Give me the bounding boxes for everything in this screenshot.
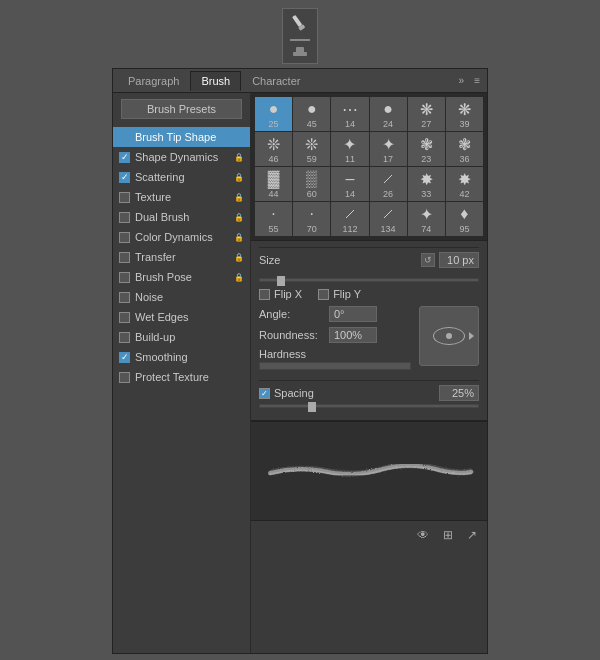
roundness-input[interactable]	[329, 327, 377, 343]
tab-bar: Paragraph Brush Character » ≡	[113, 69, 487, 93]
spacing-input[interactable]	[439, 385, 479, 401]
brush-size-23: 95	[459, 224, 469, 234]
right-panel: ●25●45⋯14●24❋27❋39❊46❊59✦11✦17❃23❃36▓44▒…	[251, 93, 487, 653]
brush-cell-2[interactable]: ⋯14	[331, 97, 368, 131]
tool-icon-box	[282, 8, 318, 64]
flip-x-checkbox[interactable]	[259, 289, 270, 300]
brush-preview-2: ⋯	[338, 99, 362, 119]
sidebar-checkbox-build-up[interactable]	[119, 332, 130, 343]
spacing-slider-track[interactable]	[259, 404, 479, 408]
brush-cell-11[interactable]: ❃36	[446, 132, 483, 166]
brush-cell-18[interactable]: ·55	[255, 202, 292, 236]
sidebar-items-container: Brush Tip Shape✓Shape Dynamics🔒✓Scatteri…	[113, 127, 250, 387]
sidebar-checkbox-wet-edges[interactable]	[119, 312, 130, 323]
size-slider-thumb[interactable]	[277, 276, 285, 286]
sidebar-item-noise[interactable]: Noise	[113, 287, 250, 307]
brush-preview-19: ·	[300, 204, 324, 224]
brush-angle-dial[interactable]	[419, 306, 479, 366]
sidebar-item-color-dynamics[interactable]: Color Dynamics🔒	[113, 227, 250, 247]
sidebar-label-transfer: Transfer	[135, 251, 232, 263]
brush-cell-19[interactable]: ·70	[293, 202, 330, 236]
brush-cell-4[interactable]: ❋27	[408, 97, 445, 131]
brush-size-19: 70	[307, 224, 317, 234]
brush-preview-9: ✦	[376, 134, 400, 154]
angle-label: Angle:	[259, 308, 329, 320]
sidebar-label-color-dynamics: Color Dynamics	[135, 231, 232, 243]
sidebar-item-dual-brush[interactable]: Dual Brush🔒	[113, 207, 250, 227]
brush-presets-button[interactable]: Brush Presets	[121, 99, 242, 119]
spacing-slider-thumb[interactable]	[308, 402, 316, 412]
angle-input[interactable]	[329, 306, 377, 322]
sidebar-checkbox-scattering[interactable]: ✓	[119, 172, 130, 183]
brush-cell-1[interactable]: ●45	[293, 97, 330, 131]
brush-cell-13[interactable]: ▒60	[293, 167, 330, 201]
sidebar-checkbox-dual-brush[interactable]	[119, 212, 130, 223]
sidebar-label-smoothing: Smoothing	[135, 351, 244, 363]
brush-cell-17[interactable]: ✸42	[446, 167, 483, 201]
size-label: Size	[259, 254, 421, 266]
brush-size-12: 44	[269, 189, 279, 199]
size-row: Size ↺	[259, 247, 479, 272]
sidebar-item-smoothing[interactable]: ✓Smoothing	[113, 347, 250, 367]
sidebar-item-wet-edges[interactable]: Wet Edges	[113, 307, 250, 327]
sidebar-item-shape-dynamics[interactable]: ✓Shape Dynamics🔒	[113, 147, 250, 167]
sidebar-checkbox-noise[interactable]	[119, 292, 130, 303]
brush-cell-21[interactable]: ⟋134	[370, 202, 407, 236]
brush-cell-5[interactable]: ❋39	[446, 97, 483, 131]
brush-size-5: 39	[459, 119, 469, 129]
top-icon-area	[0, 0, 600, 68]
brush-size-2: 14	[345, 119, 355, 129]
flip-y-checkbox[interactable]	[318, 289, 329, 300]
brush-preview-3: ●	[376, 99, 400, 119]
tab-character[interactable]: Character	[241, 71, 311, 91]
size-input[interactable]	[439, 252, 479, 268]
sidebar-checkbox-transfer[interactable]	[119, 252, 130, 263]
sidebar-item-brush-tip-shape[interactable]: Brush Tip Shape	[113, 127, 250, 147]
brush-cell-23[interactable]: ♦95	[446, 202, 483, 236]
brush-cell-22[interactable]: ✦74	[408, 202, 445, 236]
size-reset-button[interactable]: ↺	[421, 253, 435, 267]
preset-btn-wrap: Brush Presets	[113, 99, 250, 127]
sidebar-checkbox-brush-pose[interactable]	[119, 272, 130, 283]
bottom-btn-grid[interactable]: ⊞	[439, 526, 457, 544]
tab-paragraph[interactable]: Paragraph	[117, 71, 190, 91]
sidebar-item-texture[interactable]: Texture🔒	[113, 187, 250, 207]
brush-grid: ●25●45⋯14●24❋27❋39❊46❊59✦11✦17❃23❃36▓44▒…	[251, 93, 487, 241]
sidebar-item-build-up[interactable]: Build-up	[113, 327, 250, 347]
sidebar-label-shape-dynamics: Shape Dynamics	[135, 151, 232, 163]
brush-cell-6[interactable]: ❊46	[255, 132, 292, 166]
sidebar-item-transfer[interactable]: Transfer🔒	[113, 247, 250, 267]
brush-cell-8[interactable]: ✦11	[331, 132, 368, 166]
stamp-icon	[291, 44, 309, 58]
sidebar-item-scattering[interactable]: ✓Scattering🔒	[113, 167, 250, 187]
brush-cell-7[interactable]: ❊59	[293, 132, 330, 166]
brush-cell-20[interactable]: ⟋112	[331, 202, 368, 236]
tab-expand-btn[interactable]: »	[456, 75, 468, 86]
brush-cell-12[interactable]: ▓44	[255, 167, 292, 201]
brush-preview-12: ▓	[262, 169, 286, 189]
brush-size-20: 112	[342, 224, 357, 234]
sidebar-item-brush-pose[interactable]: Brush Pose🔒	[113, 267, 250, 287]
brush-cell-16[interactable]: ✸33	[408, 167, 445, 201]
brush-cell-3[interactable]: ●24	[370, 97, 407, 131]
spacing-checkbox[interactable]: ✓	[259, 388, 270, 399]
sidebar-checkbox-protect-texture[interactable]	[119, 372, 130, 383]
tab-menu-btn[interactable]: ≡	[471, 75, 483, 86]
hardness-label: Hardness	[259, 348, 411, 360]
sidebar-checkbox-texture[interactable]	[119, 192, 130, 203]
sidebar-checkbox-color-dynamics[interactable]	[119, 232, 130, 243]
sidebar-item-protect-texture[interactable]: Protect Texture	[113, 367, 250, 387]
bottom-btn-new[interactable]: ↗	[463, 526, 481, 544]
bottom-btn-eye[interactable]: 👁	[413, 526, 433, 544]
brush-cell-10[interactable]: ❃23	[408, 132, 445, 166]
sidebar-checkbox-smoothing[interactable]: ✓	[119, 352, 130, 363]
brush-stroke-svg	[263, 446, 475, 496]
tab-brush[interactable]: Brush	[190, 71, 241, 91]
size-slider-track[interactable]	[259, 278, 479, 282]
sidebar-checkbox-shape-dynamics[interactable]: ✓	[119, 152, 130, 163]
brush-cell-9[interactable]: ✦17	[370, 132, 407, 166]
brush-cell-14[interactable]: –14	[331, 167, 368, 201]
brush-cell-0[interactable]: ●25	[255, 97, 292, 131]
brush-cell-15[interactable]: ⟋26	[370, 167, 407, 201]
hardness-bar[interactable]	[259, 362, 411, 370]
